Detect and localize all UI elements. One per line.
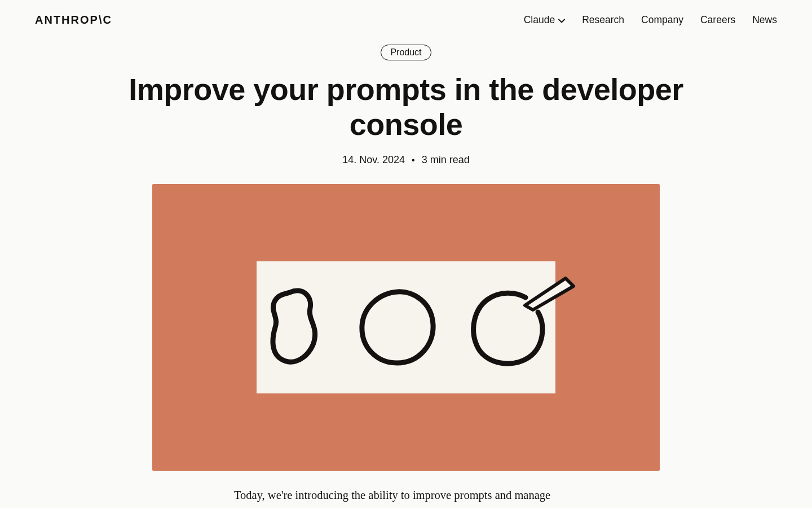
nav-careers[interactable]: Careers	[700, 14, 735, 26]
page-title: Improve your prompts in the developer co…	[124, 72, 688, 142]
chevron-down-icon	[558, 14, 565, 26]
body-text-before: Today, we're introducing the ability to …	[234, 489, 550, 508]
article-date: 14. Nov. 2024	[342, 154, 405, 166]
article-meta: 14. Nov. 2024 • 3 min read	[342, 154, 469, 166]
nav-company[interactable]: Company	[641, 14, 683, 26]
primary-nav: Claude Research Company Careers News	[524, 14, 777, 26]
nav-claude-label: Claude	[524, 14, 555, 26]
article-main: Product Improve your prompts in the deve…	[0, 40, 812, 508]
anthropic-console-link[interactable]: Anthropic Console	[347, 506, 434, 508]
article-body: Today, we're introducing the ability to …	[234, 487, 578, 508]
nav-research[interactable]: Research	[582, 14, 624, 26]
hero-illustration	[152, 184, 660, 471]
rough-circle-icon	[355, 285, 440, 370]
nav-claude[interactable]: Claude	[524, 14, 565, 26]
brand-logo[interactable]: ANTHROP\C	[35, 14, 112, 27]
blob-shape-icon	[263, 282, 330, 373]
category-badge: Product	[381, 45, 431, 60]
pencil-icon	[522, 273, 578, 312]
article-read-time: 3 min read	[422, 154, 470, 166]
hero-paper	[257, 261, 555, 393]
nav-news[interactable]: News	[752, 14, 777, 26]
site-header: ANTHROP\C Claude Research Company Career…	[0, 0, 812, 40]
meta-separator: •	[412, 155, 415, 165]
article-paragraph: Today, we're introducing the ability to …	[234, 487, 578, 508]
